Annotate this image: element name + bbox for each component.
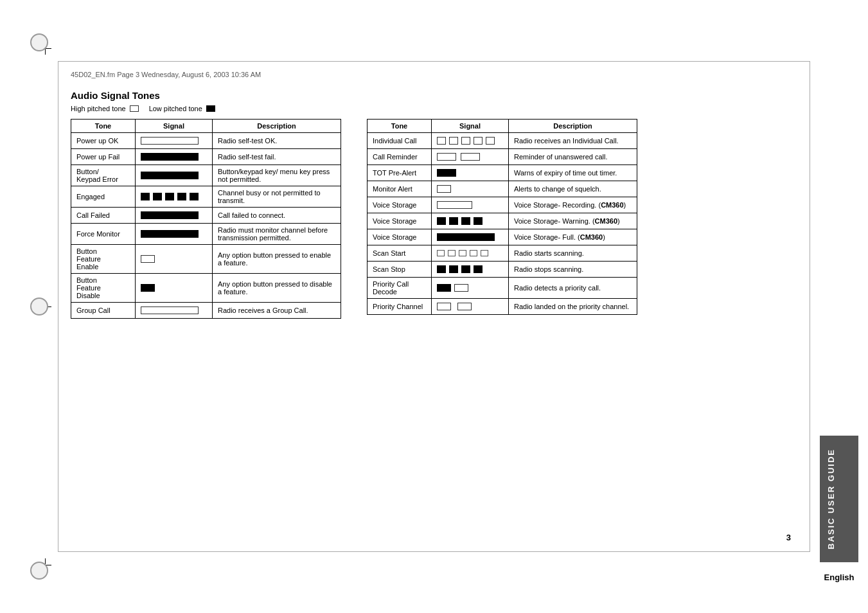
signal-block (454, 284, 468, 292)
signal-block (449, 137, 458, 145)
legend-low-label: Low pitched tone (149, 105, 202, 112)
signal-cell (432, 133, 509, 149)
signal-cell (432, 213, 509, 229)
signal-cell (136, 149, 213, 165)
desc-cell: Voice Storage- Full. (CM360) (509, 229, 637, 245)
tone-cell: Scan Stop (368, 262, 432, 278)
signal-cell (432, 245, 509, 262)
signal-block (461, 153, 480, 161)
tone-cell: TOT Pre-Alert (368, 165, 432, 181)
signal-cell (432, 262, 509, 278)
signal-block (474, 265, 483, 273)
desc-cell: Radio starts scanning. (509, 245, 637, 262)
signal-bar (141, 137, 199, 145)
tone-cell: Voice Storage (368, 197, 432, 213)
signal-cell (136, 303, 213, 319)
signal-block (437, 265, 446, 273)
signal-block (437, 201, 472, 209)
tone-cell: Priority Call Decode (368, 278, 432, 299)
circle-target-ml (30, 298, 48, 315)
signal-block (461, 137, 470, 145)
desc-cell: Radio landed on the priority channel. (509, 299, 637, 315)
right-sidebar: BASIC USER GUIDE English (810, 0, 868, 613)
tone-cell: Group Call (71, 303, 136, 319)
signal-block (461, 265, 470, 273)
tone-cell: Force Monitor (71, 224, 136, 245)
signal-block (141, 284, 155, 292)
table-row: Power up OK Radio self-test OK. (71, 133, 341, 149)
legend-low-icon (206, 105, 215, 112)
desc-cell: Alerts to change of squelch. (509, 181, 637, 197)
signal-vis (141, 229, 207, 239)
signal-cell (136, 208, 213, 224)
border-bottom (58, 551, 810, 552)
sidebar-label: BASIC USER GUIDE (820, 436, 858, 562)
desc-cell: Radio stops scanning. (509, 262, 637, 278)
desc-cell: Any option button pressed to enable a fe… (213, 245, 341, 274)
signal-block (165, 193, 174, 200)
left-table: Tone Signal Description Power up OK Radi… (71, 119, 341, 319)
signal-cell (432, 278, 509, 299)
signal-vis (141, 305, 207, 315)
signal-block (437, 217, 446, 225)
circle-target-tl (30, 33, 48, 51)
signal-block (461, 217, 470, 225)
legend-high-icon (130, 105, 139, 112)
legend: High pitched tone Low pitched tone (71, 105, 797, 112)
table-row: ButtonFeatureDisable Any option button p… (71, 274, 341, 303)
signal-vis (141, 210, 207, 220)
desc-cell: Voice Storage- Warning. (CM360) (509, 213, 637, 229)
right-table: Tone Signal Description Individual Call (367, 119, 637, 315)
signal-cell (136, 133, 213, 149)
signal-block (437, 137, 446, 145)
desc-cell: Voice Storage- Recording. (CM360) (509, 197, 637, 213)
table-row: Group Call Radio receives a Group Call. (71, 303, 341, 319)
signal-block (486, 137, 495, 145)
table-row: Monitor Alert Alerts to change of squelc… (368, 181, 637, 197)
signal-vis (141, 283, 207, 293)
language-label: English (813, 567, 865, 587)
desc-cell: Reminder of unanswered call. (509, 149, 637, 165)
signal-block (141, 255, 155, 263)
signal-block (190, 193, 199, 200)
table-row: TOT Pre-Alert Warns of expiry of time ou… (368, 165, 637, 181)
signal-block (470, 250, 477, 256)
right-header-tone: Tone (368, 120, 432, 133)
signal-bar (141, 153, 199, 161)
signal-block (153, 193, 162, 200)
tone-cell: Button/Keypad Error (71, 165, 136, 186)
table-row: Priority Channel Radio landed on the pri… (368, 299, 637, 315)
desc-cell: Radio self-test fail. (213, 149, 341, 165)
desc-cell: Radio detects a priority call. (509, 278, 637, 299)
signal-block (437, 169, 456, 177)
left-header-tone: Tone (71, 120, 136, 133)
signal-vis (437, 152, 503, 162)
signal-vis (141, 191, 207, 202)
signal-block (437, 250, 445, 256)
table-row: Scan Stop Radio stops scanning. (368, 262, 637, 278)
signal-block (457, 303, 472, 310)
signal-cell (432, 197, 509, 213)
signal-cell (432, 149, 509, 165)
tone-cell: Power up Fail (71, 149, 136, 165)
left-header-signal: Signal (136, 120, 213, 133)
table-row: Voice Storage Voice Storage- Recording. … (368, 197, 637, 213)
signal-block (177, 193, 186, 200)
signal-block (474, 137, 483, 145)
table-row: Button/Keypad Error Button/keypad key/ m… (71, 165, 341, 186)
tone-cell: Voice Storage (368, 229, 432, 245)
signal-vis (437, 232, 503, 242)
table-row: Priority Call Decode Radio detects a pri… (368, 278, 637, 299)
table-row: Scan Start (368, 245, 637, 262)
signal-bar (141, 306, 199, 314)
signal-block (437, 284, 451, 292)
signal-cell (432, 299, 509, 315)
tone-cell: Engaged (71, 186, 136, 208)
desc-cell: Radio must monitor channel before transm… (213, 224, 341, 245)
right-header-signal: Signal (432, 120, 509, 133)
signal-cell (136, 165, 213, 186)
desc-cell: Warns of expiry of time out timer. (509, 165, 637, 181)
signal-block (459, 250, 466, 256)
right-header-description: Description (509, 120, 637, 133)
tone-cell: Scan Start (368, 245, 432, 262)
